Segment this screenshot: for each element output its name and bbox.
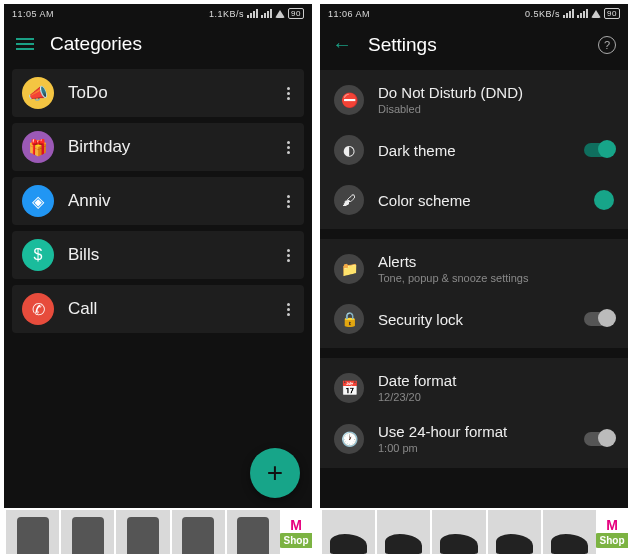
security-lock-toggle[interactable] xyxy=(584,312,614,326)
brush-icon: 🖌 xyxy=(334,185,364,215)
category-todo[interactable]: 📣 ToDo xyxy=(12,69,304,117)
status-bar: 11:05 AM 1.1KB/s 90 xyxy=(4,4,312,23)
plus-icon: + xyxy=(267,457,283,489)
ad-thumb[interactable] xyxy=(6,510,59,554)
category-anniv[interactable]: ◈ Anniv xyxy=(12,177,304,225)
more-icon[interactable] xyxy=(283,83,294,104)
ad-brand[interactable]: M Shop xyxy=(282,510,310,554)
signal-icon xyxy=(247,9,258,18)
setting-subtitle: Tone, popup & snooze settings xyxy=(378,272,614,284)
category-label: Birthday xyxy=(68,137,283,157)
add-category-fab[interactable]: + xyxy=(250,448,300,498)
category-label: Bills xyxy=(68,245,283,265)
setting-title: Use 24-hour format xyxy=(378,423,570,440)
more-icon[interactable] xyxy=(283,245,294,266)
brand-glyph: M xyxy=(606,517,618,533)
category-bills[interactable]: $ Bills xyxy=(12,231,304,279)
wifi-icon xyxy=(591,10,601,18)
setting-date-format[interactable]: 📅 Date format 12/23/20 xyxy=(320,362,628,413)
ad-thumb[interactable] xyxy=(116,510,169,554)
diamond-icon: ◈ xyxy=(22,185,54,217)
status-net: 1.1KB/s xyxy=(209,9,244,19)
settings-group: 📁 Alerts Tone, popup & snooze settings 🔒… xyxy=(320,239,628,348)
status-time: 11:06 AM xyxy=(328,9,370,19)
settings-list[interactable]: ⛔ Do Not Disturb (DND) Disabled ◐ Dark t… xyxy=(320,70,628,556)
settings-screen: 11:06 AM 0.5KB/s 90 ← Settings ? ⛔ Do No… xyxy=(320,4,628,556)
category-label: ToDo xyxy=(68,83,283,103)
ad-thumb[interactable] xyxy=(61,510,114,554)
page-title: Settings xyxy=(368,34,437,56)
app-header: Categories xyxy=(4,23,312,69)
setting-subtitle: 1:00 pm xyxy=(378,442,570,454)
setting-title: Do Not Disturb (DND) xyxy=(378,84,614,101)
status-bar: 11:06 AM 0.5KB/s 90 xyxy=(320,4,628,23)
ad-thumb[interactable] xyxy=(227,510,280,554)
setting-subtitle: 12/23/20 xyxy=(378,391,614,403)
24h-toggle[interactable] xyxy=(584,432,614,446)
gift-icon: 🎁 xyxy=(22,131,54,163)
setting-subtitle: Disabled xyxy=(378,103,614,115)
dnd-icon: ⛔ xyxy=(334,85,364,115)
signal-icon xyxy=(577,9,588,18)
ad-thumb[interactable] xyxy=(172,510,225,554)
phone-icon: ✆ xyxy=(22,293,54,325)
lock-icon: 🔒 xyxy=(334,304,364,334)
setting-title: Alerts xyxy=(378,253,614,270)
setting-alerts[interactable]: 📁 Alerts Tone, popup & snooze settings xyxy=(320,243,628,294)
calendar-icon: 📅 xyxy=(334,373,364,403)
ad-thumb[interactable] xyxy=(322,510,375,554)
setting-title: Date format xyxy=(378,372,614,389)
setting-dark-theme[interactable]: ◐ Dark theme xyxy=(320,125,628,175)
help-icon[interactable]: ? xyxy=(598,36,616,54)
dark-theme-toggle[interactable] xyxy=(584,143,614,157)
ad-brand[interactable]: M Shop xyxy=(598,510,626,554)
brand-glyph: M xyxy=(290,517,302,533)
setting-color-scheme[interactable]: 🖌 Color scheme xyxy=(320,175,628,225)
ad-thumb[interactable] xyxy=(432,510,485,554)
category-label: Call xyxy=(68,299,283,319)
shop-button[interactable]: Shop xyxy=(279,533,312,548)
clock-icon: 🕐 xyxy=(334,424,364,454)
more-icon[interactable] xyxy=(283,137,294,158)
category-call[interactable]: ✆ Call xyxy=(12,285,304,333)
setting-title: Color scheme xyxy=(378,192,580,209)
app-header: ← Settings ? xyxy=(320,23,628,70)
more-icon[interactable] xyxy=(283,299,294,320)
status-time: 11:05 AM xyxy=(12,9,54,19)
battery-icon: 90 xyxy=(288,8,304,19)
setting-24h-format[interactable]: 🕐 Use 24-hour format 1:00 pm xyxy=(320,413,628,464)
status-net: 0.5KB/s xyxy=(525,9,560,19)
categories-screen: 11:05 AM 1.1KB/s 90 Categories 📣 ToDo 🎁 … xyxy=(4,4,312,556)
category-birthday[interactable]: 🎁 Birthday xyxy=(12,123,304,171)
setting-dnd[interactable]: ⛔ Do Not Disturb (DND) Disabled xyxy=(320,74,628,125)
ad-thumb[interactable] xyxy=(488,510,541,554)
folder-icon: 📁 xyxy=(334,254,364,284)
signal-icon xyxy=(261,9,272,18)
megaphone-icon: 📣 xyxy=(22,77,54,109)
hamburger-menu-icon[interactable] xyxy=(16,38,34,50)
theme-icon: ◐ xyxy=(334,135,364,165)
ad-banner[interactable]: M Shop xyxy=(4,508,312,556)
setting-title: Security lock xyxy=(378,311,570,328)
page-title: Categories xyxy=(50,33,142,55)
setting-title: Dark theme xyxy=(378,142,570,159)
category-label: Anniv xyxy=(68,191,283,211)
back-arrow-icon[interactable]: ← xyxy=(332,33,352,56)
ad-banner[interactable]: M Shop xyxy=(320,508,628,556)
dollar-icon: $ xyxy=(22,239,54,271)
more-icon[interactable] xyxy=(283,191,294,212)
battery-icon: 90 xyxy=(604,8,620,19)
setting-security-lock[interactable]: 🔒 Security lock xyxy=(320,294,628,344)
ad-thumb[interactable] xyxy=(377,510,430,554)
settings-group: ⛔ Do Not Disturb (DND) Disabled ◐ Dark t… xyxy=(320,70,628,229)
color-swatch[interactable] xyxy=(594,190,614,210)
ad-thumb[interactable] xyxy=(543,510,596,554)
settings-group: 📅 Date format 12/23/20 🕐 Use 24-hour for… xyxy=(320,358,628,468)
shop-button[interactable]: Shop xyxy=(595,533,628,548)
wifi-icon xyxy=(275,10,285,18)
signal-icon xyxy=(563,9,574,18)
